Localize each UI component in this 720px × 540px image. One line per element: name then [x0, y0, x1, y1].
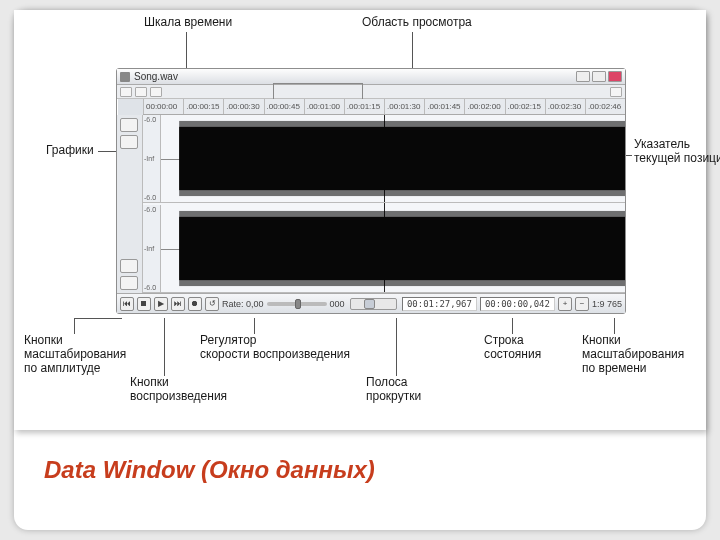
- audio-editor-window: Song.wav 00:00:00 .00:00:15 .00:00:30 .0…: [116, 68, 626, 314]
- axis-tick: -Inf: [144, 245, 159, 252]
- leader-statusline: [512, 318, 513, 334]
- ruler-tick: .00:00:30: [223, 99, 263, 114]
- label-viewport: Область просмотра: [362, 16, 472, 30]
- axis-tick: -6.0: [144, 284, 159, 291]
- ruler-tick: .00:01:45: [424, 99, 464, 114]
- tool-button[interactable]: [610, 87, 622, 97]
- time-zoom-out-button[interactable]: −: [575, 297, 589, 311]
- track-left[interactable]: -6.0 -Inf -6.0: [143, 115, 625, 203]
- app-icon: [120, 72, 130, 82]
- label-scrollbar: Полоса прокрутки: [366, 376, 421, 404]
- svg-rect-3: [179, 211, 625, 286]
- scroll-thumb[interactable]: [364, 299, 375, 309]
- window-title: Song.wav: [134, 71, 178, 82]
- tool-button[interactable]: [135, 87, 147, 97]
- label-rateslider: Регулятор скорости воспроизведения: [200, 334, 350, 362]
- tracks-area[interactable]: -6.0 -Inf -6.0: [143, 115, 625, 293]
- ruler-tick: .00:01:30: [384, 99, 424, 114]
- ruler-tick: .00:02:30: [545, 99, 585, 114]
- position-readout: 00:01:27,967: [402, 297, 477, 311]
- time-ruler[interactable]: 00:00:00 .00:00:15 .00:00:30 .00:00:45 .…: [143, 99, 625, 115]
- track-right[interactable]: -6.0 -Inf -6.0: [143, 205, 625, 293]
- amp-zoom-in-button[interactable]: [120, 259, 138, 273]
- time-zoom-in-button[interactable]: +: [558, 297, 572, 311]
- leader-ampbuttons-v: [74, 318, 75, 334]
- zoom-readout: 1:9 765: [592, 299, 622, 309]
- play-button[interactable]: ▶: [154, 297, 168, 311]
- leader-viewport: [412, 32, 413, 72]
- ruler-tick: .00:00:15: [183, 99, 223, 114]
- toolbar: [117, 85, 625, 99]
- horizontal-scrollbar[interactable]: [350, 298, 397, 310]
- rate-label: Rate: 0,00: [222, 299, 264, 309]
- tool-button[interactable]: [150, 87, 162, 97]
- amplitude-axis: -6.0 -Inf -6.0: [143, 205, 161, 292]
- axis-tick: -6.0: [144, 194, 159, 201]
- label-graphs: Графики: [46, 144, 94, 158]
- next-button[interactable]: ⏭: [171, 297, 185, 311]
- amp-zoom-out-button[interactable]: [120, 135, 138, 149]
- prev-button[interactable]: ⏮: [120, 297, 134, 311]
- close-button[interactable]: [608, 71, 622, 82]
- amplitude-zoom-strip: [117, 115, 143, 293]
- axis-tick: -6.0: [144, 206, 159, 213]
- label-playbuttons: Кнопки воспроизведения: [130, 376, 227, 404]
- label-statusline: Строка состояния: [484, 334, 541, 362]
- status-bar: ⏮ ⏹ ▶ ⏭ ⏺ ↺ Rate: 0,00 000 00:01:27,967 …: [117, 293, 625, 313]
- rate-mid: 000: [330, 299, 345, 309]
- label-timebuttons: Кнопки масштабирования по времени: [582, 334, 684, 375]
- ruler-tick: .00:00:45: [264, 99, 304, 114]
- label-ampbuttons: Кнопки масштабирования по амплитуде: [24, 334, 126, 375]
- leader-timeline: [186, 32, 187, 72]
- axis-tick: -Inf: [144, 155, 159, 162]
- ruler-tick: .00:01:00: [304, 99, 344, 114]
- maximize-button[interactable]: [592, 71, 606, 82]
- ruler-tick: .00:02:46: [585, 99, 625, 114]
- axis-tick: -6.0: [144, 116, 159, 123]
- rate-slider[interactable]: [267, 302, 327, 306]
- leader-scrollbar: [396, 318, 397, 376]
- leader-playbuttons: [164, 318, 165, 376]
- waveform: [161, 115, 625, 202]
- leader-timebuttons: [614, 318, 615, 334]
- record-button[interactable]: ⏺: [188, 297, 202, 311]
- waveform: [161, 205, 625, 292]
- amp-zoom-in-button[interactable]: [120, 118, 138, 132]
- amp-zoom-out-button[interactable]: [120, 276, 138, 290]
- ruler-tick: .00:02:00: [464, 99, 504, 114]
- minimize-button[interactable]: [576, 71, 590, 82]
- ruler-tick: 00:00:00: [143, 99, 183, 114]
- slide-caption: Data Window (Окно данных): [44, 456, 375, 484]
- viewport-indicator[interactable]: [273, 83, 363, 99]
- amplitude-axis: -6.0 -Inf -6.0: [143, 115, 161, 202]
- leader-ampbuttons-h: [74, 318, 122, 319]
- loop-button[interactable]: ↺: [205, 297, 219, 311]
- titlebar[interactable]: Song.wav: [117, 69, 625, 85]
- label-posindicator: Указатель текущей позиции: [634, 138, 720, 166]
- ruler-tick: .00:01:15: [344, 99, 384, 114]
- label-timeline: Шкала времени: [144, 16, 232, 30]
- selection-readout: 00:00:00,042: [480, 297, 555, 311]
- svg-rect-1: [179, 121, 625, 196]
- leader-rateslider: [254, 318, 255, 334]
- ruler-tick: .00:02:15: [505, 99, 545, 114]
- stop-button[interactable]: ⏹: [137, 297, 151, 311]
- tool-button[interactable]: [120, 87, 132, 97]
